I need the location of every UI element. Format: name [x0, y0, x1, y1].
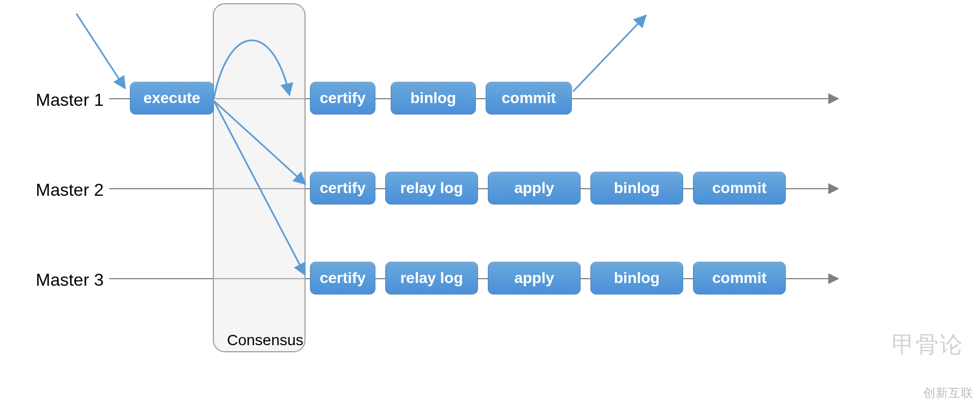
lane-label-master2: Master 2: [11, 180, 104, 200]
box-m1-certify: certify: [310, 82, 375, 115]
box-m1-commit: commit: [486, 82, 572, 115]
box-m1-execute: execute: [130, 82, 214, 115]
box-m2-certify: certify: [310, 172, 375, 204]
lane-arrowhead-master3: [828, 273, 839, 284]
consensus-label: Consensus: [227, 332, 303, 349]
consensus-region: [213, 3, 306, 352]
arrow-output-master1: [573, 16, 645, 92]
lane-label-master3: Master 3: [11, 270, 104, 290]
box-m3-certify: certify: [310, 262, 375, 294]
box-m3-relaylog: relay log: [385, 262, 478, 294]
box-m3-commit: commit: [693, 262, 786, 294]
lane-label-master1: Master 1: [11, 90, 104, 110]
box-m3-binlog: binlog: [590, 262, 683, 294]
watermark-text-1: 甲骨论: [892, 329, 964, 360]
arrows-overlay: [0, 0, 980, 409]
box-m3-apply: apply: [488, 262, 581, 294]
watermark-text-2: 创新互联: [923, 385, 973, 401]
box-m1-binlog: binlog: [391, 82, 476, 115]
box-m2-binlog: binlog: [590, 172, 683, 204]
arrow-input-master1: [76, 14, 124, 87]
box-m2-relaylog: relay log: [385, 172, 478, 204]
box-m2-apply: apply: [488, 172, 581, 204]
lane-arrowhead-master1: [828, 93, 839, 104]
box-m2-commit: commit: [693, 172, 786, 204]
lane-arrowhead-master2: [828, 183, 839, 194]
